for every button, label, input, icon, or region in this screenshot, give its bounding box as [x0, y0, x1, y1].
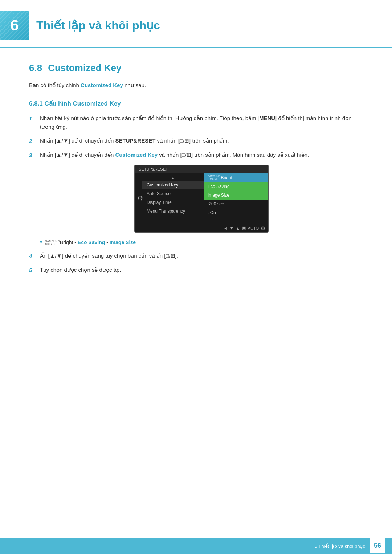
chapter-title: Thiết lập và khôi phục [36, 19, 160, 32]
bright-label: Bright [60, 239, 73, 245]
osd-settings-icon: ⚙ [137, 194, 143, 202]
samsung-magic-small: SAMSUNGMAGIC [45, 240, 60, 246]
osd-right-submenu: SAMSUNGMAGICBright Eco Saving Image Size… [204, 173, 268, 224]
sep2: - [105, 239, 109, 245]
osd-menu-customized-key: Customized Key [142, 181, 204, 189]
intro-bold: Customized Key [81, 82, 123, 88]
osd-submenu-magic-bright: SAMSUNGMAGICBright [204, 173, 268, 182]
osd-arrow-up: ▲ [142, 175, 204, 181]
footer-page-number: 56 [370, 538, 385, 553]
step-1-text: Nhấn bất kỳ nút nào ở phía trước sản phẩ… [40, 114, 363, 131]
subsection-number: 6.8.1 [29, 100, 43, 107]
subsection-heading: Cấu hình Customized Key [45, 100, 121, 107]
eco-saving-label: Eco Saving [78, 239, 105, 245]
osd-icon-up: ▲ [236, 226, 240, 230]
osd-menu-transparency: Menu Transparency [142, 207, 204, 216]
bullet-list: • SAMSUNGMAGICBright - Eco Saving - Imag… [40, 238, 363, 246]
step-2-text: Nhấn [▲/▼] để di chuyển đến SETUP&RESET … [40, 136, 363, 145]
chapter-number-box: 6 [0, 11, 29, 40]
main-content: 6.8Customized Key Bạn có thể tùy chỉnh C… [0, 62, 392, 309]
step-4-number: 4 [29, 251, 40, 260]
osd-bottom-icons: ◄ ▼ ▲ ▣ AUTO ⏻ [135, 224, 268, 232]
osd-screen: SETUP&RESET ⚙ ▲ Customized Key Auto Sour… [134, 165, 269, 233]
step-3-text: Nhấn [▲/▼] để di chuyển đến Customized K… [40, 151, 363, 159]
bullet-content: SAMSUNGMAGICBright - Eco Saving - Image … [45, 238, 136, 246]
step-3: 3 Nhấn [▲/▼] để di chuyển đến Customized… [29, 151, 363, 160]
step-5-text: Tùy chọn được chọn sẽ được áp. [40, 266, 363, 274]
intro-paragraph: Bạn có thể tùy chỉnh Customized Key như … [29, 81, 363, 90]
osd-icon-down: ▼ [230, 226, 234, 230]
section-title: 6.8Customized Key [29, 62, 363, 74]
step-5-number: 5 [29, 266, 40, 275]
osd-icon-auto: AUTO [248, 226, 259, 230]
step-2: 2 Nhấn [▲/▼] để di chuyển đến SETUP&RESE… [29, 136, 363, 145]
osd-menu-auto-source: Auto Source [142, 189, 204, 198]
step-4: 4 Ấn [▲/▼] để chuyển sang tùy chọn bạn c… [29, 251, 363, 260]
section-heading: Customized Key [48, 62, 121, 73]
osd-value-transparency: : On [204, 208, 268, 217]
intro-text-before: Bạn có thể tùy chỉnh [29, 82, 81, 88]
steps-list-2: 4 Ấn [▲/▼] để chuyển sang tùy chọn bạn c… [29, 251, 363, 275]
osd-title: SETUP&RESET [139, 167, 168, 171]
page-footer: 6 Thiết lập và khôi phục 56 [0, 538, 392, 554]
step-1-number: 1 [29, 114, 40, 123]
step-1: 1 Nhấn bất kỳ nút nào ở phía trước sản p… [29, 114, 363, 131]
image-size-label: Image Size [110, 239, 136, 245]
osd-submenu-eco-saving: Eco Saving [204, 182, 268, 191]
step-5: 5 Tùy chọn được chọn sẽ được áp. [29, 266, 363, 275]
osd-left-menu: ▲ Customized Key Auto Source Display Tim… [142, 173, 204, 224]
step-3-number: 3 [29, 151, 40, 160]
osd-menu-display-time: Display Time [142, 198, 204, 207]
osd-icon-power: ⏻ [261, 226, 265, 230]
osd-icon-left: ◄ [224, 226, 228, 230]
osd-icon-enter: ▣ [242, 226, 246, 230]
samsung-magic-label: SAMSUNGMAGIC [208, 175, 220, 180]
steps-list: 1 Nhấn bất kỳ nút nào ở phía trước sản p… [29, 114, 363, 160]
osd-submenu-image-size: Image Size [204, 191, 268, 200]
osd-value-display-time: :200 sec [204, 200, 268, 208]
bullet-dot: • [40, 238, 42, 246]
sep1: - [73, 239, 77, 245]
subsection-title: 6.8.1 Cấu hình Customized Key [29, 100, 363, 107]
section-number: 6.8 [29, 62, 42, 73]
osd-body: ⚙ ▲ Customized Key Auto Source Display T… [135, 173, 268, 224]
intro-text-after: như sau. [123, 82, 146, 88]
bullet-item-options: • SAMSUNGMAGICBright - Eco Saving - Imag… [40, 238, 363, 246]
osd-screenshot-container: SETUP&RESET ⚙ ▲ Customized Key Auto Sour… [40, 165, 363, 233]
step-4-text: Ấn [▲/▼] để chuyển sang tùy chọn bạn cần… [40, 251, 363, 260]
footer-chapter-text: 6 Thiết lập và khôi phục [315, 543, 365, 549]
chapter-header: 6 Thiết lập và khôi phục [0, 0, 392, 48]
osd-title-bar: SETUP&RESET [135, 165, 268, 173]
step-2-number: 2 [29, 136, 40, 145]
chapter-number: 6 [10, 17, 19, 34]
